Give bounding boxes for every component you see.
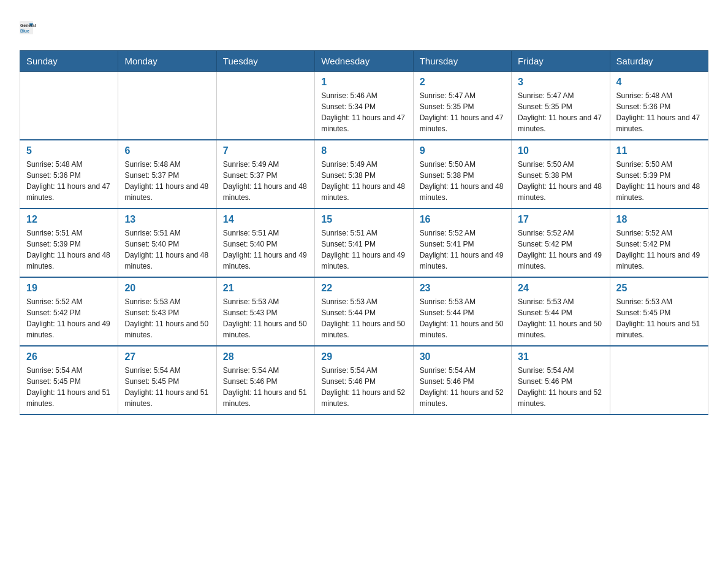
calendar-cell: 9Sunrise: 5:50 AM Sunset: 5:38 PM Daylig… [413, 140, 511, 209]
day-number: 26 [26, 351, 112, 362]
day-number: 27 [124, 351, 210, 362]
calendar-cell: 12Sunrise: 5:51 AM Sunset: 5:39 PM Dayli… [20, 209, 118, 277]
day-number: 16 [420, 214, 505, 225]
day-number: 11 [616, 145, 702, 156]
day-info: Sunrise: 5:50 AM Sunset: 5:38 PM Dayligh… [518, 159, 603, 203]
calendar-cell: 14Sunrise: 5:51 AM Sunset: 5:40 PM Dayli… [216, 209, 314, 277]
day-header-tuesday: Tuesday [216, 51, 314, 72]
day-info: Sunrise: 5:53 AM Sunset: 5:43 PM Dayligh… [223, 296, 308, 340]
calendar-cell: 2Sunrise: 5:47 AM Sunset: 5:35 PM Daylig… [413, 72, 511, 140]
calendar-cell: 4Sunrise: 5:48 AM Sunset: 5:36 PM Daylig… [610, 72, 708, 140]
day-info: Sunrise: 5:53 AM Sunset: 5:44 PM Dayligh… [420, 296, 505, 340]
day-header-sunday: Sunday [20, 51, 118, 72]
calendar-cell: 8Sunrise: 5:49 AM Sunset: 5:38 PM Daylig… [315, 140, 413, 209]
week-row-5: 26Sunrise: 5:54 AM Sunset: 5:45 PM Dayli… [20, 346, 708, 415]
header: General Blue [20, 15, 708, 40]
calendar-cell: 7Sunrise: 5:49 AM Sunset: 5:37 PM Daylig… [216, 140, 314, 209]
day-info: Sunrise: 5:52 AM Sunset: 5:42 PM Dayligh… [518, 228, 603, 272]
day-info: Sunrise: 5:54 AM Sunset: 5:46 PM Dayligh… [321, 365, 406, 409]
calendar-cell: 16Sunrise: 5:52 AM Sunset: 5:41 PM Dayli… [413, 209, 511, 277]
day-info: Sunrise: 5:50 AM Sunset: 5:39 PM Dayligh… [616, 159, 702, 203]
calendar-cell: 25Sunrise: 5:53 AM Sunset: 5:45 PM Dayli… [610, 277, 708, 346]
day-number: 7 [223, 145, 308, 156]
day-header-monday: Monday [118, 51, 216, 72]
day-info: Sunrise: 5:47 AM Sunset: 5:35 PM Dayligh… [518, 90, 603, 134]
day-info: Sunrise: 5:54 AM Sunset: 5:46 PM Dayligh… [518, 365, 603, 409]
calendar-cell: 13Sunrise: 5:51 AM Sunset: 5:40 PM Dayli… [118, 209, 216, 277]
day-info: Sunrise: 5:53 AM Sunset: 5:44 PM Dayligh… [321, 296, 406, 340]
calendar-body: 1Sunrise: 5:46 AM Sunset: 5:34 PM Daylig… [20, 72, 708, 415]
day-number: 28 [223, 351, 308, 362]
calendar-cell: 6Sunrise: 5:48 AM Sunset: 5:37 PM Daylig… [118, 140, 216, 209]
day-header-friday: Friday [512, 51, 610, 72]
day-number: 29 [321, 351, 406, 362]
day-number: 8 [321, 145, 406, 156]
calendar-cell: 1Sunrise: 5:46 AM Sunset: 5:34 PM Daylig… [315, 72, 413, 140]
day-info: Sunrise: 5:52 AM Sunset: 5:42 PM Dayligh… [616, 228, 702, 272]
calendar-cell: 20Sunrise: 5:53 AM Sunset: 5:43 PM Dayli… [118, 277, 216, 346]
day-number: 20 [124, 283, 210, 294]
calendar-table: SundayMondayTuesdayWednesdayThursdayFrid… [20, 50, 708, 415]
day-info: Sunrise: 5:54 AM Sunset: 5:45 PM Dayligh… [26, 365, 112, 409]
calendar-cell: 3Sunrise: 5:47 AM Sunset: 5:35 PM Daylig… [512, 72, 610, 140]
day-info: Sunrise: 5:48 AM Sunset: 5:36 PM Dayligh… [26, 159, 112, 203]
day-info: Sunrise: 5:51 AM Sunset: 5:41 PM Dayligh… [321, 228, 406, 272]
day-number: 13 [124, 214, 210, 225]
calendar-cell [610, 346, 708, 415]
day-info: Sunrise: 5:54 AM Sunset: 5:46 PM Dayligh… [420, 365, 505, 409]
day-number: 14 [223, 214, 308, 225]
calendar-cell: 22Sunrise: 5:53 AM Sunset: 5:44 PM Dayli… [315, 277, 413, 346]
day-info: Sunrise: 5:53 AM Sunset: 5:43 PM Dayligh… [124, 296, 210, 340]
week-row-4: 19Sunrise: 5:52 AM Sunset: 5:42 PM Dayli… [20, 277, 708, 346]
svg-text:Blue: Blue [20, 29, 29, 33]
day-number: 6 [124, 145, 210, 156]
day-header-saturday: Saturday [610, 51, 708, 72]
day-number: 24 [518, 283, 603, 294]
calendar-header: SundayMondayTuesdayWednesdayThursdayFrid… [20, 51, 708, 72]
week-row-3: 12Sunrise: 5:51 AM Sunset: 5:39 PM Dayli… [20, 209, 708, 277]
calendar-cell: 24Sunrise: 5:53 AM Sunset: 5:44 PM Dayli… [512, 277, 610, 346]
day-number: 18 [616, 214, 702, 225]
calendar-cell: 21Sunrise: 5:53 AM Sunset: 5:43 PM Dayli… [216, 277, 314, 346]
calendar-cell: 10Sunrise: 5:50 AM Sunset: 5:38 PM Dayli… [512, 140, 610, 209]
calendar-cell: 29Sunrise: 5:54 AM Sunset: 5:46 PM Dayli… [315, 346, 413, 415]
calendar-cell [216, 72, 314, 140]
day-number: 30 [420, 351, 505, 362]
day-number: 2 [420, 77, 505, 88]
calendar-cell: 26Sunrise: 5:54 AM Sunset: 5:45 PM Dayli… [20, 346, 118, 415]
day-number: 15 [321, 214, 406, 225]
day-info: Sunrise: 5:51 AM Sunset: 5:40 PM Dayligh… [124, 228, 210, 272]
calendar-cell: 19Sunrise: 5:52 AM Sunset: 5:42 PM Dayli… [20, 277, 118, 346]
day-number: 19 [26, 283, 112, 294]
day-info: Sunrise: 5:54 AM Sunset: 5:45 PM Dayligh… [124, 365, 210, 409]
calendar-cell: 18Sunrise: 5:52 AM Sunset: 5:42 PM Dayli… [610, 209, 708, 277]
day-info: Sunrise: 5:54 AM Sunset: 5:46 PM Dayligh… [223, 365, 308, 409]
day-header-wednesday: Wednesday [315, 51, 413, 72]
logo: General Blue [20, 15, 45, 40]
day-info: Sunrise: 5:51 AM Sunset: 5:40 PM Dayligh… [223, 228, 308, 272]
day-info: Sunrise: 5:49 AM Sunset: 5:37 PM Dayligh… [223, 159, 308, 203]
day-header-thursday: Thursday [413, 51, 511, 72]
day-number: 17 [518, 214, 603, 225]
day-number: 5 [26, 145, 112, 156]
svg-text:General: General [20, 23, 36, 28]
calendar-cell: 15Sunrise: 5:51 AM Sunset: 5:41 PM Dayli… [315, 209, 413, 277]
calendar-cell: 28Sunrise: 5:54 AM Sunset: 5:46 PM Dayli… [216, 346, 314, 415]
day-info: Sunrise: 5:50 AM Sunset: 5:38 PM Dayligh… [420, 159, 505, 203]
calendar-cell: 23Sunrise: 5:53 AM Sunset: 5:44 PM Dayli… [413, 277, 511, 346]
day-number: 25 [616, 283, 702, 294]
day-info: Sunrise: 5:49 AM Sunset: 5:38 PM Dayligh… [321, 159, 406, 203]
logo-svg: General Blue [20, 15, 45, 40]
day-number: 21 [223, 283, 308, 294]
day-number: 31 [518, 351, 603, 362]
calendar-cell [118, 72, 216, 140]
calendar-cell: 17Sunrise: 5:52 AM Sunset: 5:42 PM Dayli… [512, 209, 610, 277]
day-info: Sunrise: 5:48 AM Sunset: 5:37 PM Dayligh… [124, 159, 210, 203]
days-of-week-row: SundayMondayTuesdayWednesdayThursdayFrid… [20, 51, 708, 72]
day-number: 12 [26, 214, 112, 225]
day-number: 4 [616, 77, 702, 88]
calendar-cell: 5Sunrise: 5:48 AM Sunset: 5:36 PM Daylig… [20, 140, 118, 209]
day-number: 10 [518, 145, 603, 156]
week-row-2: 5Sunrise: 5:48 AM Sunset: 5:36 PM Daylig… [20, 140, 708, 209]
day-number: 23 [420, 283, 505, 294]
